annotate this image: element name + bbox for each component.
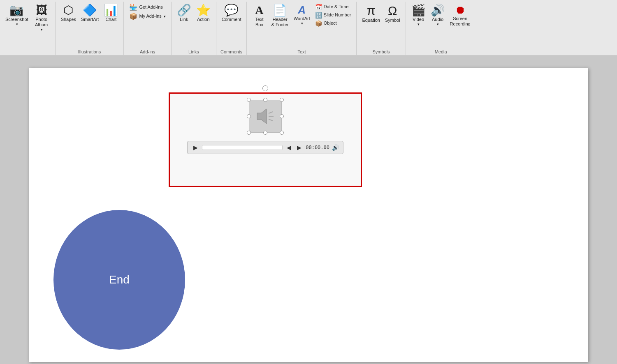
my-addins-icon: 📦 — [129, 13, 137, 20]
comments-group-label: Comments — [220, 48, 242, 54]
date-time-icon: 📅 — [315, 4, 322, 10]
svg-line-3 — [269, 119, 273, 121]
volume-icon[interactable]: 🔊 — [332, 144, 339, 151]
object-icon: 📦 — [315, 21, 322, 26]
symbols-items: π Equation Ω Symbol — [360, 3, 402, 48]
slide-number-button[interactable]: 🔢 Slide Number — [313, 12, 353, 19]
audio-button[interactable]: 🔊 Audio ▾ — [429, 3, 447, 28]
audio-controls-bar: ▶ ◀ ▶ 00:00.00 🔊 — [187, 141, 343, 154]
illustrations-items: ⬡ Shapes 🔷 SmartArt 📊 Chart — [59, 3, 121, 48]
action-button[interactable]: ⭐ Action — [194, 3, 213, 23]
photo-album-arrow: ▾ — [41, 28, 43, 32]
audio-label: Audio — [432, 17, 443, 22]
forward-button[interactable]: ▶ — [295, 143, 303, 152]
my-addins-button[interactable]: 📦 My Add-ins ▾ — [127, 12, 167, 21]
handle-tr[interactable] — [280, 98, 284, 102]
ribbon-group-symbols: π Equation Ω Symbol Symbols — [357, 2, 406, 55]
date-time-button[interactable]: 📅 Date & Time — [313, 3, 353, 11]
symbols-group-label: Symbols — [372, 48, 390, 54]
handle-tl[interactable] — [247, 98, 251, 102]
smartart-label: SmartArt — [81, 17, 99, 22]
svg-marker-0 — [257, 109, 267, 124]
text-group-label: Text — [297, 48, 306, 54]
screen-recording-label: ScreenRecording — [450, 16, 471, 27]
slide-number-label: Slide Number — [324, 12, 351, 18]
audio-arrow: ▾ — [437, 22, 439, 27]
wordart-arrow: ▾ — [301, 21, 303, 26]
link-button[interactable]: 🔗 Link — [175, 3, 193, 23]
slide-canvas: ▶ ◀ ▶ 00:00.00 🔊 End — [29, 68, 588, 362]
media-group-label: Media — [435, 48, 447, 54]
video-arrow: ▾ — [418, 22, 420, 27]
ribbon-group-images: 📷 Screenshot ▾ 🖼 PhotoAlbum ▾ — [0, 2, 56, 55]
screenshot-label: Screenshot — [5, 17, 28, 22]
chart-label: Chart — [105, 17, 116, 22]
screenshot-button[interactable]: 📷 Screenshot ▾ — [3, 3, 30, 28]
screen-recording-button[interactable]: ⏺ ScreenRecording — [448, 3, 473, 28]
rewind-button[interactable]: ◀ — [285, 143, 293, 152]
photo-album-icon: 🖼 — [36, 5, 47, 16]
wordart-button[interactable]: A WordArt ▾ — [292, 3, 312, 27]
rotate-handle[interactable] — [262, 85, 268, 91]
addins-col: 🏪 Get Add-ins 📦 My Add-ins ▾ — [127, 3, 167, 21]
handle-bl[interactable] — [247, 131, 251, 135]
symbol-button[interactable]: Ω Symbol — [383, 3, 402, 24]
get-addins-button[interactable]: 🏪 Get Add-ins — [127, 3, 167, 12]
symbol-label: Symbol — [385, 18, 400, 23]
symbol-icon: Ω — [388, 5, 397, 17]
header-footer-icon: 📄 — [273, 5, 287, 16]
shapes-icon: ⬡ — [63, 5, 73, 16]
audio-speaker-box — [249, 100, 282, 133]
addins-group-label: Add-ins — [140, 48, 155, 54]
end-circle: End — [53, 210, 185, 350]
play-button[interactable]: ▶ — [192, 143, 199, 152]
ribbon-group-media: 🎬 Video ▾ 🔊 Audio ▾ ⏺ ScreenRecording Me… — [406, 2, 476, 55]
handle-mr[interactable] — [280, 114, 284, 118]
textbox-icon: A — [255, 5, 263, 16]
chart-button[interactable]: 📊 Chart — [102, 3, 120, 23]
images-items: 📷 Screenshot ▾ 🖼 PhotoAlbum ▾ — [3, 3, 52, 53]
my-addins-label: My Add-ins — [139, 14, 161, 19]
object-button[interactable]: 📦 Object — [313, 20, 353, 27]
handle-tc[interactable] — [263, 98, 267, 102]
ribbon-group-addins: 🏪 Get Add-ins 📦 My Add-ins ▾ Add-ins — [124, 2, 171, 55]
header-footer-label: Header& Footer — [271, 17, 288, 28]
header-footer-button[interactable]: 📄 Header& Footer — [269, 3, 290, 29]
video-label: Video — [413, 17, 424, 22]
handle-br[interactable] — [280, 131, 284, 135]
progress-bar[interactable] — [202, 145, 283, 150]
ribbon-group-links: 🔗 Link ⭐ Action Links — [172, 2, 216, 55]
screen-recording-icon: ⏺ — [455, 5, 466, 15]
photo-album-button[interactable]: 🖼 PhotoAlbum ▾ — [31, 3, 52, 33]
chart-icon: 📊 — [104, 5, 118, 16]
end-text: End — [109, 273, 130, 286]
equation-label: Equation — [362, 18, 380, 23]
audio-icon: 🔊 — [431, 5, 445, 16]
equation-icon: π — [367, 5, 376, 17]
comment-button[interactable]: 💬 Comment — [220, 3, 244, 23]
link-label: Link — [180, 17, 188, 22]
slide-number-icon: 🔢 — [315, 12, 322, 18]
svg-line-1 — [269, 112, 273, 113]
shapes-label: Shapes — [61, 17, 76, 22]
handle-bc[interactable] — [263, 131, 267, 135]
wordart-icon: A — [298, 5, 306, 15]
smartart-button[interactable]: 🔷 SmartArt — [79, 3, 101, 23]
smartart-icon: 🔷 — [83, 5, 97, 16]
ribbon-group-text: A TextBox 📄 Header& Footer A WordArt ▾ 📅… — [247, 2, 357, 55]
comments-items: 💬 Comment — [220, 3, 244, 48]
get-addins-icon: 🏪 — [129, 4, 137, 11]
shapes-button[interactable]: ⬡ Shapes — [59, 3, 78, 23]
textbox-button[interactable]: A TextBox — [250, 3, 268, 29]
action-label: Action — [197, 17, 210, 22]
media-items: 🎬 Video ▾ 🔊 Audio ▾ ⏺ ScreenRecording — [409, 3, 473, 48]
speaker-svg — [255, 106, 276, 127]
content-area: ▶ ◀ ▶ 00:00.00 🔊 End — [0, 55, 617, 364]
time-display: 00:00.00 — [306, 145, 329, 150]
action-icon: ⭐ — [196, 5, 211, 16]
handle-ml[interactable] — [247, 114, 251, 118]
audio-widget[interactable]: ▶ ◀ ▶ 00:00.00 🔊 — [169, 92, 362, 187]
textbox-label: TextBox — [255, 17, 263, 28]
video-button[interactable]: 🎬 Video ▾ — [409, 3, 428, 28]
equation-button[interactable]: π Equation — [360, 3, 382, 24]
